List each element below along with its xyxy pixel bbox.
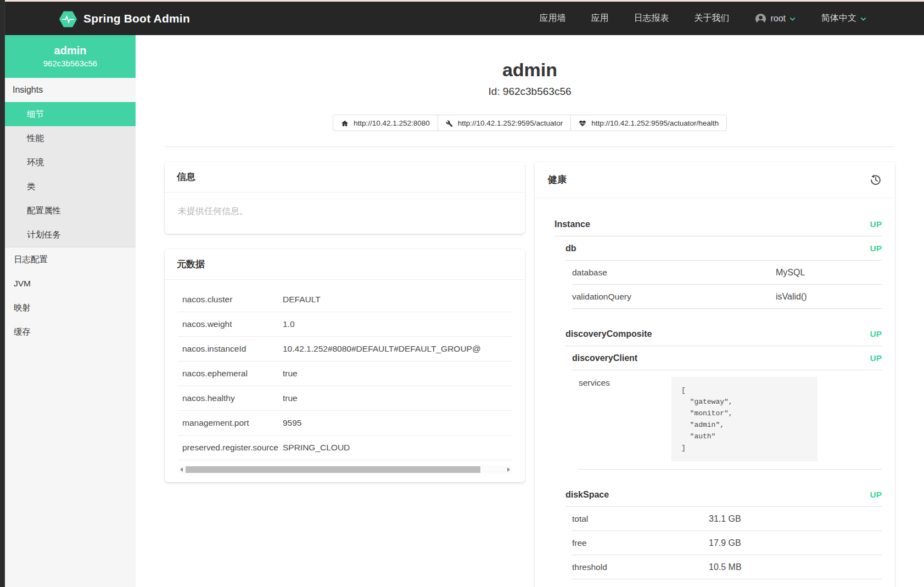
home-icon: [341, 120, 349, 127]
info-card-header: 信息: [165, 162, 525, 193]
sidebar-menu: 日志配置 JVM 映射 缓存: [5, 247, 136, 344]
metadata-value: true: [283, 393, 512, 403]
instance-id-subtitle: Id: 962c3b563c56: [165, 86, 895, 98]
table-row: nacos.instanceId 10.42.1.252#8080#DEFAUL…: [178, 337, 512, 362]
sidebar-item-environment[interactable]: 环境: [5, 150, 136, 174]
sidebar: admin 962c3b563c56 Insights 细节 性能 环境 类 配…: [5, 35, 136, 587]
table-row: nacos.ephemeral true: [178, 362, 512, 386]
health-key: discoveryComposite: [565, 329, 652, 339]
status-badge: UP: [870, 219, 882, 229]
metadata-value: 9595: [283, 418, 512, 428]
heartbeat-icon: [579, 120, 586, 127]
nav-link-applications[interactable]: 应用: [591, 13, 608, 24]
sidebar-instance-id: 962c3b563c56: [9, 59, 131, 68]
left-column: 信息 未提供任何信息。 元数据 nacos.cluster DEFAULT: [165, 162, 525, 482]
health-url-label: http://10.42.1.252:9595/actuator/health: [591, 119, 719, 127]
metadata-key: nacos.weight: [182, 319, 283, 329]
health-key: database: [572, 268, 776, 278]
health-key: db: [565, 244, 576, 253]
health-card: 健康 Instance: [535, 162, 895, 587]
scroll-left-button[interactable]: [178, 466, 184, 473]
page: Spring Boot Admin 应用墙 应用 日志报表 关于我们 root: [0, 0, 924, 587]
health-row-threshold: threshold 10.5 MB: [572, 555, 882, 579]
chevron-down-icon: [860, 15, 867, 22]
scroll-right-button[interactable]: [505, 466, 512, 473]
health-row-services: services [ "gateway", "monitor", "admin"…: [579, 370, 882, 470]
health-key: discoveryClient: [572, 353, 637, 363]
status-badge: UP: [870, 353, 882, 363]
table-row: nacos.cluster DEFAULT: [178, 287, 512, 312]
metadata-card-title: 元数据: [177, 258, 205, 270]
health-url-button[interactable]: http://10.42.1.252:9595/actuator/health: [570, 115, 727, 131]
metadata-value: 1.0: [283, 319, 512, 329]
metadata-table: nacos.cluster DEFAULT nacos.weight 1.0 n…: [165, 280, 525, 482]
health-value: 17.9 GB: [709, 538, 741, 548]
health-row-database: database MySQL: [572, 261, 882, 285]
status-badge: UP: [870, 490, 882, 500]
page-title: admin: [165, 59, 895, 81]
service-url-button[interactable]: http://10.42.1.252:8080: [333, 115, 438, 131]
health-key: Instance: [555, 219, 590, 229]
scrollbar-thumb[interactable]: [186, 466, 480, 473]
nav-link-wallboard[interactable]: 应用墙: [539, 13, 565, 24]
health-row-total: total 31.1 GB: [572, 507, 882, 531]
sidebar-item-caches[interactable]: 缓存: [5, 320, 136, 344]
health-row-db: db UP: [565, 236, 882, 261]
management-url-button[interactable]: http://10.42.1.252:9595/actuator: [438, 115, 571, 131]
history-icon[interactable]: [870, 174, 882, 186]
health-key: free: [572, 538, 709, 548]
sidebar-item-details[interactable]: 细节: [5, 102, 136, 126]
header-divider: [165, 146, 895, 147]
table-row: preserved.register.source SPRING_CLOUD: [178, 436, 512, 460]
brand[interactable]: Spring Boot Admin: [59, 9, 190, 29]
health-key: threshold: [572, 562, 709, 572]
nav-link-about[interactable]: 关于我们: [694, 13, 729, 24]
health-value: isValid(): [776, 292, 807, 302]
health-row-discovery-client: discoveryClient UP: [572, 346, 882, 370]
wrench-icon: [446, 120, 453, 127]
health-row-free: free 17.9 GB: [572, 531, 882, 555]
sidebar-item-jvm[interactable]: JVM: [5, 272, 136, 296]
health-key: diskSpace: [565, 490, 609, 500]
metadata-value: true: [283, 369, 512, 379]
sidebar-item-scheduled-tasks[interactable]: 计划任务: [5, 223, 136, 247]
table-row: management.port 9595: [178, 411, 512, 436]
status-badge: UP: [870, 244, 882, 253]
top-navbar: Spring Boot Admin 应用墙 应用 日志报表 关于我们 root: [0, 2, 924, 35]
user-name: root: [770, 14, 786, 24]
user-avatar-icon: [754, 13, 767, 25]
sidebar-item-mappings[interactable]: 映射: [5, 296, 136, 320]
sidebar-item-config-props[interactable]: 配置属性: [5, 199, 136, 223]
language-label: 简体中文: [821, 13, 856, 24]
sidebar-item-performance[interactable]: 性能: [5, 126, 136, 150]
health-value: MySQL: [776, 268, 805, 278]
metadata-card-header: 元数据: [165, 249, 525, 280]
health-card-header: 健康: [535, 162, 895, 198]
health-row-discovery-composite: discoveryComposite UP: [565, 322, 882, 346]
right-column: 健康 Instance: [535, 162, 895, 587]
health-key: total: [572, 514, 709, 524]
scrollbar-track[interactable]: [184, 466, 505, 473]
sidebar-section-insights: Insights: [5, 78, 136, 102]
table-row: nacos.weight 1.0: [178, 312, 512, 337]
info-empty-message: 未提供任何信息。: [165, 193, 525, 234]
table-row: nacos.healthy true: [178, 386, 512, 411]
health-row-diskspace: diskSpace UP: [565, 483, 882, 507]
language-menu[interactable]: 简体中文: [821, 13, 867, 24]
sidebar-item-loggers[interactable]: 日志配置: [5, 247, 136, 272]
main-content: admin Id: 962c3b563c56 http://10.42.1.25…: [136, 35, 924, 587]
nav-link-journal[interactable]: 日志报表: [634, 13, 669, 24]
chevron-down-icon: [789, 15, 796, 22]
info-card: 信息 未提供任何信息。: [165, 162, 525, 234]
metadata-key: nacos.instanceId: [182, 344, 283, 354]
metadata-key: management.port: [182, 418, 283, 428]
sidebar-item-classes[interactable]: 类: [5, 174, 136, 199]
health-value: 10.5 MB: [709, 562, 742, 572]
insights-menu: 细节 性能 环境 类 配置属性 计划任务: [5, 102, 136, 247]
horizontal-scrollbar: [178, 466, 512, 473]
health-key: validationQuery: [572, 292, 776, 302]
window-edge-strip: [0, 0, 5, 587]
navbar-menu: 应用墙 应用 日志报表 关于我们 root 简体中文: [539, 12, 867, 25]
health-key: services: [579, 377, 671, 388]
user-menu[interactable]: root: [754, 12, 796, 25]
